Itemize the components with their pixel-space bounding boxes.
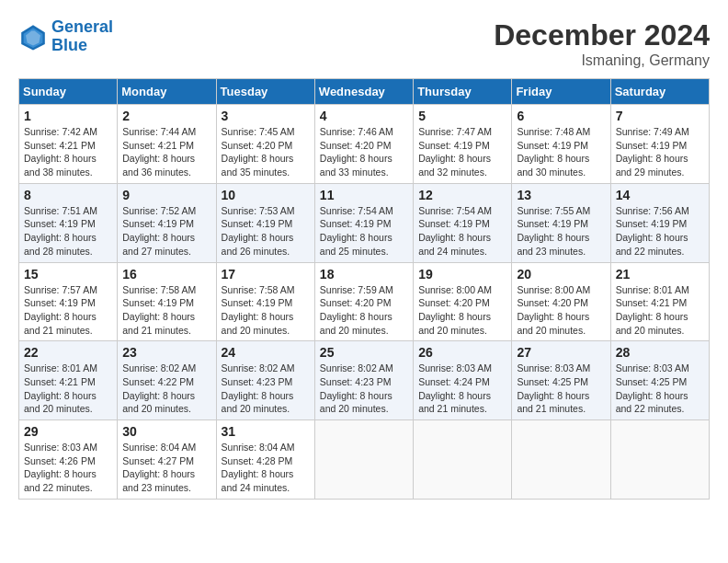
sunrise-label: Sunrise: 7:44 AM [122,126,196,137]
sunrise-label: Sunrise: 8:03 AM [418,362,492,373]
calendar-week-3: 15 Sunrise: 7:57 AM Sunset: 4:19 PM Dayl… [19,262,710,341]
sunset-label: Sunset: 4:24 PM [418,376,490,387]
sunset-label: Sunset: 4:19 PM [517,218,588,229]
sunset-label: Sunset: 4:21 PM [122,140,194,151]
calendar-cell: 26 Sunrise: 8:03 AM Sunset: 4:24 PM Dayl… [414,341,512,420]
daylight-label: Daylight: 8 hours and 20 minutes. [222,311,294,336]
sunrise-label: Sunrise: 7:45 AM [222,126,295,137]
daylight-label: Daylight: 8 hours and 20 minutes. [517,311,589,336]
calendar-cell: 5 Sunrise: 7:47 AM Sunset: 4:19 PM Dayli… [414,105,512,184]
sunset-label: Sunset: 4:19 PM [222,218,293,229]
sunrise-label: Sunrise: 7:51 AM [24,205,97,216]
calendar-cell: 28 Sunrise: 8:03 AM Sunset: 4:25 PM Dayl… [610,341,709,420]
sunset-label: Sunset: 4:19 PM [222,297,293,308]
sunrise-label: Sunrise: 8:03 AM [24,442,97,453]
daylight-label: Daylight: 8 hours and 22 minutes. [616,390,688,415]
day-info: Sunrise: 7:54 AM Sunset: 4:19 PM Dayligh… [320,204,408,259]
calendar-cell: 30 Sunrise: 8:04 AM Sunset: 4:27 PM Dayl… [118,420,216,500]
day-info: Sunrise: 8:00 AM Sunset: 4:20 PM Dayligh… [517,283,605,338]
daylight-label: Daylight: 8 hours and 21 minutes. [24,311,97,336]
calendar-cell: 15 Sunrise: 7:57 AM Sunset: 4:19 PM Dayl… [19,262,118,341]
day-info: Sunrise: 8:03 AM Sunset: 4:26 PM Dayligh… [24,441,112,495]
calendar-cell: 27 Sunrise: 8:03 AM Sunset: 4:25 PM Dayl… [512,341,610,420]
col-wednesday: Wednesday [314,79,413,105]
day-number: 9 [122,188,210,202]
day-number: 10 [222,188,310,202]
day-info: Sunrise: 8:01 AM Sunset: 4:21 PM Dayligh… [24,362,112,416]
daylight-label: Daylight: 8 hours and 33 minutes. [320,153,392,178]
logo-icon [18,22,48,52]
sunrise-label: Sunrise: 7:52 AM [122,205,196,216]
title-block: December 2024 Ismaning, Germany [494,18,710,69]
daylight-label: Daylight: 8 hours and 22 minutes. [24,468,97,493]
calendar-cell: 16 Sunrise: 7:58 AM Sunset: 4:19 PM Dayl… [118,262,216,341]
calendar-cell: 9 Sunrise: 7:52 AM Sunset: 4:19 PM Dayli… [118,183,216,262]
sunset-label: Sunset: 4:28 PM [222,455,293,466]
location: Ismaning, Germany [494,52,710,69]
calendar-week-2: 8 Sunrise: 7:51 AM Sunset: 4:19 PM Dayli… [19,183,710,262]
calendar-cell: 8 Sunrise: 7:51 AM Sunset: 4:19 PM Dayli… [19,183,118,262]
day-number: 12 [418,188,506,202]
daylight-label: Daylight: 8 hours and 24 minutes. [222,468,294,493]
sunset-label: Sunset: 4:19 PM [122,297,194,308]
calendar-week-5: 29 Sunrise: 8:03 AM Sunset: 4:26 PM Dayl… [19,420,710,500]
day-info: Sunrise: 7:55 AM Sunset: 4:19 PM Dayligh… [517,204,605,259]
day-info: Sunrise: 7:48 AM Sunset: 4:19 PM Dayligh… [517,125,605,179]
col-friday: Friday [512,79,610,105]
calendar-cell: 11 Sunrise: 7:54 AM Sunset: 4:19 PM Dayl… [314,183,413,262]
daylight-label: Daylight: 8 hours and 22 minutes. [616,232,688,257]
sunset-label: Sunset: 4:23 PM [222,376,293,387]
sunrise-label: Sunrise: 8:04 AM [122,442,196,453]
sunrise-label: Sunrise: 8:00 AM [418,284,492,295]
calendar-cell: 6 Sunrise: 7:48 AM Sunset: 4:19 PM Dayli… [512,105,610,184]
day-number: 25 [320,345,408,360]
sunset-label: Sunset: 4:25 PM [616,376,688,387]
day-info: Sunrise: 7:46 AM Sunset: 4:20 PM Dayligh… [320,125,408,179]
day-info: Sunrise: 7:45 AM Sunset: 4:20 PM Dayligh… [222,125,310,179]
day-info: Sunrise: 8:00 AM Sunset: 4:20 PM Dayligh… [418,283,506,338]
sunrise-label: Sunrise: 7:54 AM [320,205,393,216]
day-number: 17 [222,267,310,282]
day-number: 22 [24,345,112,360]
day-number: 3 [222,109,310,123]
page-header: General Blue December 2024 Ismaning, Ger… [18,18,710,69]
sunrise-label: Sunrise: 8:00 AM [517,284,590,295]
sunrise-label: Sunrise: 7:58 AM [122,284,196,295]
calendar-week-4: 22 Sunrise: 8:01 AM Sunset: 4:21 PM Dayl… [19,341,710,420]
calendar-cell: 21 Sunrise: 8:01 AM Sunset: 4:21 PM Dayl… [610,262,709,341]
sunset-label: Sunset: 4:19 PM [24,218,96,229]
calendar-cell: 18 Sunrise: 7:59 AM Sunset: 4:20 PM Dayl… [314,262,413,341]
daylight-label: Daylight: 8 hours and 35 minutes. [222,153,294,178]
calendar-cell [610,420,709,500]
col-sunday: Sunday [19,79,118,105]
daylight-label: Daylight: 8 hours and 20 minutes. [616,311,688,336]
day-number: 24 [222,345,310,360]
calendar-cell: 24 Sunrise: 8:02 AM Sunset: 4:23 PM Dayl… [216,341,314,420]
sunrise-label: Sunrise: 8:03 AM [616,362,689,373]
day-number: 6 [517,109,605,123]
sunrise-label: Sunrise: 8:02 AM [222,362,295,373]
col-saturday: Saturday [610,79,709,105]
daylight-label: Daylight: 8 hours and 20 minutes. [122,390,195,415]
sunset-label: Sunset: 4:27 PM [122,455,194,466]
sunset-label: Sunset: 4:19 PM [418,140,490,151]
calendar-cell: 7 Sunrise: 7:49 AM Sunset: 4:19 PM Dayli… [610,105,709,184]
sunset-label: Sunset: 4:23 PM [320,376,392,387]
daylight-label: Daylight: 8 hours and 20 minutes. [222,390,294,415]
sunset-label: Sunset: 4:26 PM [24,455,96,466]
sunset-label: Sunset: 4:22 PM [122,376,194,387]
daylight-label: Daylight: 8 hours and 27 minutes. [122,232,195,257]
day-info: Sunrise: 7:52 AM Sunset: 4:19 PM Dayligh… [122,204,210,259]
calendar-cell [512,420,610,500]
day-number: 16 [122,267,210,282]
day-info: Sunrise: 7:59 AM Sunset: 4:20 PM Dayligh… [320,283,408,338]
day-info: Sunrise: 7:42 AM Sunset: 4:21 PM Dayligh… [24,125,112,179]
sunrise-label: Sunrise: 7:53 AM [222,205,295,216]
day-number: 31 [222,424,310,439]
sunrise-label: Sunrise: 8:02 AM [122,362,196,373]
sunrise-label: Sunrise: 7:54 AM [418,205,492,216]
day-info: Sunrise: 8:03 AM Sunset: 4:25 PM Dayligh… [616,362,704,416]
sunset-label: Sunset: 4:25 PM [517,376,588,387]
sunset-label: Sunset: 4:20 PM [222,140,293,151]
day-number: 15 [24,267,112,282]
